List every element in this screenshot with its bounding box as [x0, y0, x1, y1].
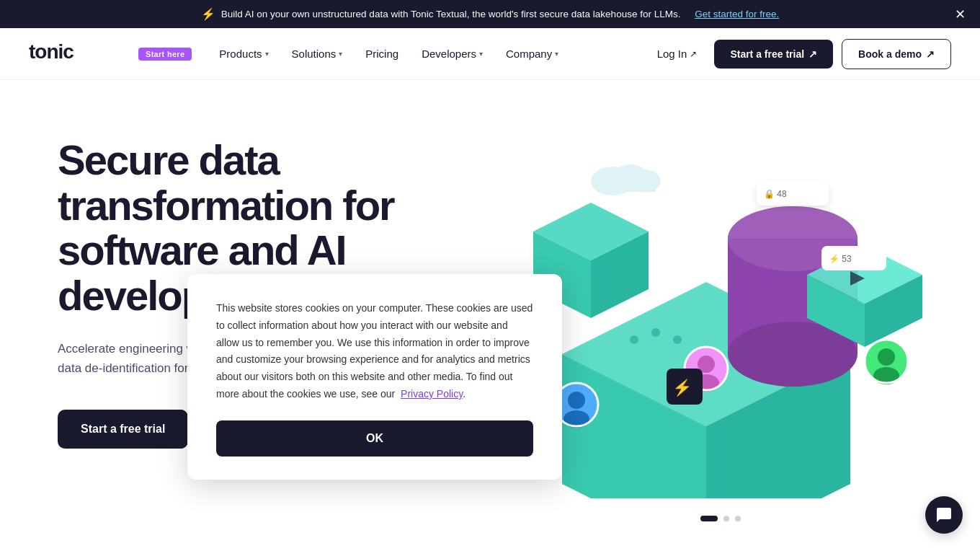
chevron-down-icon: ▾ — [479, 50, 483, 58]
chevron-down-icon: ▾ — [555, 50, 558, 58]
nav-solutions[interactable]: Solutions ▾ — [282, 42, 353, 66]
chat-icon — [935, 506, 953, 524]
banner-close-button[interactable]: ✕ — [955, 8, 966, 21]
indicator-dot-1[interactable] — [700, 516, 718, 521]
cookie-ok-button[interactable]: OK — [216, 420, 533, 457]
nav-actions: Log In ↗ Start a free trial ↗ Book a dem… — [649, 39, 951, 69]
banner-text: Build AI on your own unstructured data w… — [221, 9, 681, 19]
chevron-down-icon: ▾ — [265, 50, 269, 58]
privacy-policy-link[interactable]: Privacy Policy — [401, 388, 463, 400]
svg-text:⚡: ⚡ — [672, 378, 692, 397]
banner-link[interactable]: Get started for free. — [695, 9, 779, 19]
svg-point-5 — [651, 328, 660, 337]
nav-products[interactable]: Products ▾ — [209, 42, 278, 66]
hero-start-trial-button[interactable]: Start a free trial — [58, 410, 188, 449]
slide-indicators — [700, 516, 741, 527]
lightning-icon: ⚡ — [201, 7, 215, 21]
indicator-dot-3[interactable] — [735, 516, 741, 521]
navigation: tonic Start here Products ▾ Solutions ▾ … — [0, 28, 980, 80]
svg-point-35 — [878, 348, 895, 366]
announcement-banner: ⚡ Build AI on your own unstructured data… — [0, 0, 980, 28]
svg-text:tonic: tonic — [29, 40, 74, 63]
start-here-badge[interactable]: Start here — [138, 48, 192, 61]
arrow-icon: ↗ — [808, 48, 817, 60]
cookie-text: This website stores cookies on your comp… — [216, 300, 533, 403]
indicator-dot-2[interactable] — [723, 516, 729, 521]
log-in-button[interactable]: Log In ↗ — [649, 42, 706, 66]
nav-developers[interactable]: Developers ▾ — [411, 42, 493, 66]
svg-rect-21 — [598, 181, 656, 192]
nav-company[interactable]: Company ▾ — [496, 42, 569, 66]
nav-links: Products ▾ Solutions ▾ Pricing Developer… — [209, 42, 648, 66]
external-link-icon: ↗ — [690, 49, 697, 59]
svg-point-4 — [630, 335, 638, 344]
svg-text:🔒 48: 🔒 48 — [764, 188, 787, 199]
chevron-down-icon: ▾ — [339, 50, 342, 58]
nav-pricing[interactable]: Pricing — [355, 42, 409, 66]
arrow-icon: ↗ — [926, 48, 935, 60]
chat-bubble-button[interactable] — [925, 496, 963, 534]
cookie-banner: This website stores cookies on your comp… — [187, 274, 562, 480]
svg-text:⚡ 53: ⚡ 53 — [829, 253, 852, 264]
svg-point-31 — [568, 392, 585, 409]
book-demo-button[interactable]: Book a demo ↗ — [842, 39, 951, 69]
site-logo[interactable]: tonic — [29, 38, 115, 69]
svg-point-6 — [673, 335, 682, 344]
start-trial-button[interactable]: Start a free trial ↗ — [714, 40, 833, 69]
